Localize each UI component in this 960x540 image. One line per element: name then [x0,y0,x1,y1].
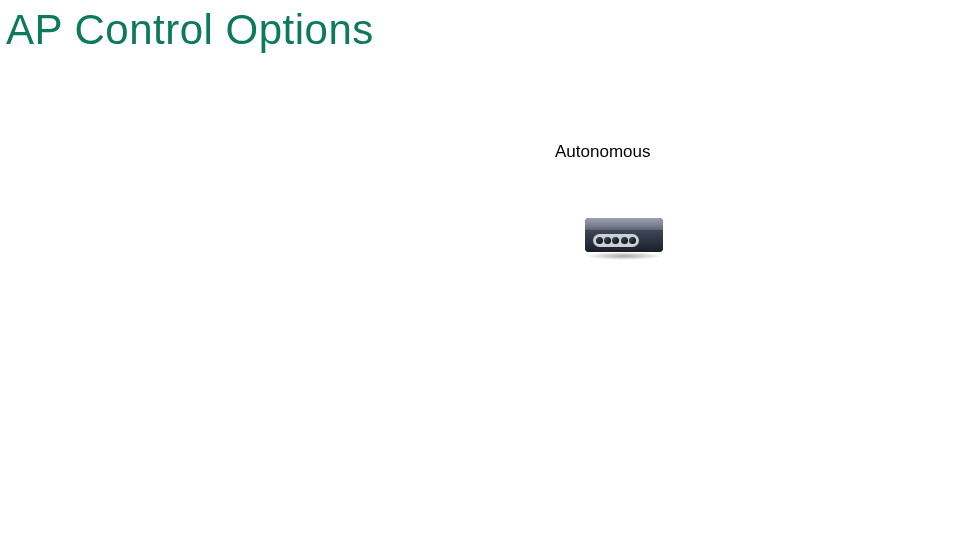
device-shadow [586,252,662,260]
page-title: AP Control Options [6,6,374,54]
port-icon [596,237,603,244]
device-top-surface [585,218,663,230]
port-icon [604,237,611,244]
port-icon [612,237,619,244]
device-body [585,218,663,252]
access-point-device-icon [585,218,663,256]
device-port-panel [593,234,639,247]
port-icon [629,237,636,244]
port-icon [621,237,628,244]
autonomous-label: Autonomous [555,142,650,162]
